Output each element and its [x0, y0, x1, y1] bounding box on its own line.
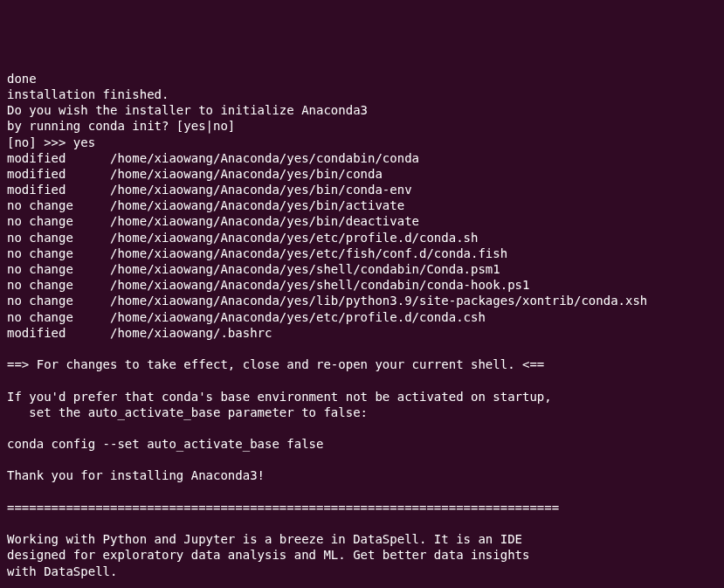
- terminal-output[interactable]: done installation finished. Do you wish …: [7, 71, 717, 588]
